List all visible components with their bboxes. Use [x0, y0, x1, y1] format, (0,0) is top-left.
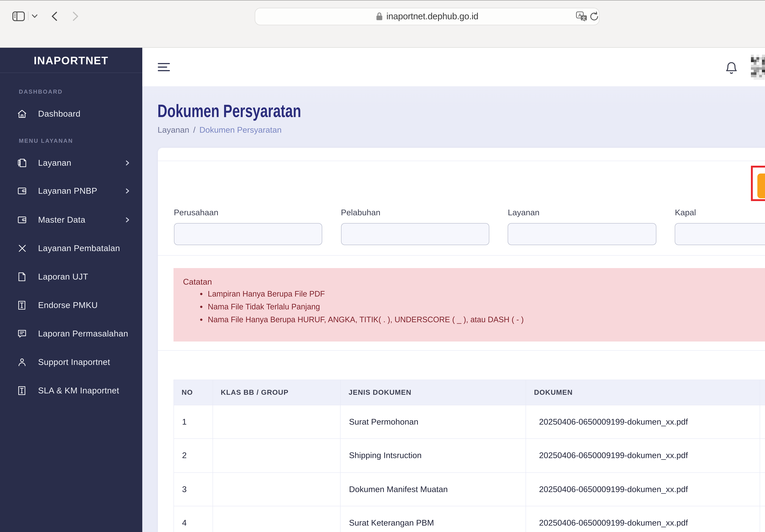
svg-text:文: 文	[582, 16, 586, 20]
